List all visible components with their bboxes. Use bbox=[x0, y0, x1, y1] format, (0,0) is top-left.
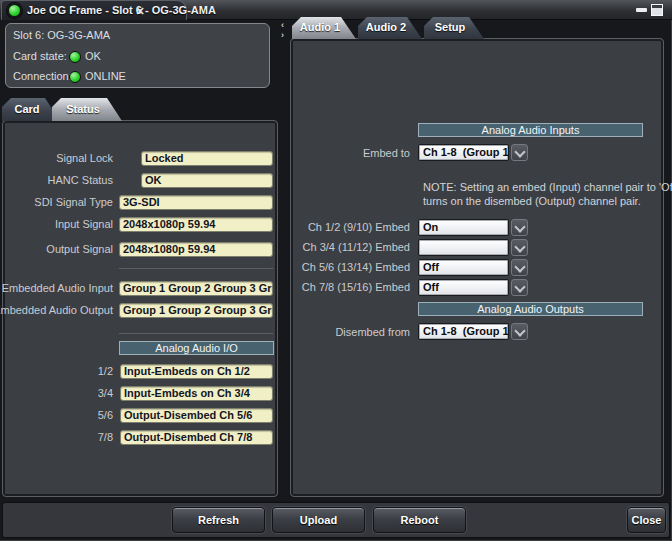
disembed-from-label: Disembed from bbox=[335, 326, 410, 338]
hanc-status-field: OK bbox=[141, 173, 273, 188]
note-line-2: turns on the disembed (Output) channel p… bbox=[423, 195, 641, 207]
hanc-status-label: HANC Status bbox=[48, 174, 113, 186]
sdi-signal-type-field: 3G-SDI bbox=[119, 195, 273, 210]
refresh-button[interactable]: Refresh bbox=[172, 507, 265, 533]
embedded-audio-output-field: Group 1 Group 2 Group 3 Group 4 bbox=[119, 303, 273, 318]
io-56-field: Output-Disembed Ch 5/6 bbox=[120, 408, 273, 423]
app-window: Joe OG Frame - Slot 6 - OG-3G-AMA ✕ ‹ › … bbox=[0, 0, 672, 541]
analog-audio-outputs-header: Analog Audio Outputs bbox=[418, 302, 643, 316]
ch34-embed-dropdown[interactable]: On bbox=[418, 239, 509, 256]
ch56-embed-dropdown[interactable]: Off bbox=[418, 259, 509, 276]
io-78-label: 7/8 bbox=[98, 431, 113, 443]
embedded-audio-input-field: Group 1 Group 2 Group 3 Group 4 bbox=[119, 281, 273, 296]
io-78-field: Output-Disembed Ch 7/8 bbox=[120, 430, 273, 445]
maximize-icon[interactable] bbox=[651, 4, 663, 16]
connection-led-icon bbox=[7, 3, 22, 18]
io-34-field: Input-Embeds on Ch 3/4 bbox=[120, 386, 273, 401]
signal-lock-field: Locked bbox=[141, 151, 273, 166]
tab-card[interactable]: Card bbox=[2, 98, 60, 121]
ch12-embed-dropdown-button[interactable] bbox=[511, 219, 528, 236]
chevron-down-icon bbox=[514, 261, 525, 272]
input-signal-field: 2048x1080p 59.94 bbox=[119, 217, 273, 232]
io-56-label: 5/6 bbox=[98, 409, 113, 421]
window-title: Joe OG Frame - Slot 6 - OG-3G-AMA bbox=[27, 4, 216, 16]
io-34-label: 3/4 bbox=[98, 387, 113, 399]
chevron-down-icon bbox=[514, 221, 525, 232]
output-signal-label: Output Signal bbox=[46, 243, 113, 255]
card-state-led-icon bbox=[69, 51, 81, 63]
output-signal-field: 2048x1080p 59.94 bbox=[119, 242, 273, 257]
ch12-embed-dropdown[interactable]: On bbox=[418, 219, 509, 236]
slot-title: Slot 6: OG-3G-AMA bbox=[13, 29, 110, 41]
analog-audio-inputs-header: Analog Audio Inputs bbox=[418, 123, 643, 137]
sdi-signal-type-label: SDI Signal Type bbox=[34, 196, 113, 208]
close-button[interactable]: Close bbox=[627, 507, 666, 533]
io-12-label: 1/2 bbox=[98, 365, 113, 377]
embedded-audio-input-label: Embedded Audio Input bbox=[2, 282, 113, 294]
io-12-field: Input-Embeds on Ch 1/2 bbox=[120, 364, 273, 379]
connection-value: ONLINE bbox=[85, 70, 126, 82]
card-state-label: Card state: bbox=[13, 50, 67, 62]
chevron-down-icon bbox=[514, 146, 525, 157]
ch56-embed-label: Ch 5/6 (13/14) Embed bbox=[302, 261, 410, 273]
minimize-icon[interactable] bbox=[636, 8, 647, 12]
ch12-embed-label: Ch 1/2 (9/10) Embed bbox=[308, 221, 410, 233]
card-info-box: Slot 6: OG-3G-AMA Card state: OK Connect… bbox=[5, 23, 270, 88]
disembed-from-dropdown-button[interactable] bbox=[511, 323, 528, 340]
upload-button[interactable]: Upload bbox=[272, 507, 365, 533]
tab-setup[interactable]: Setup bbox=[424, 17, 484, 39]
card-state-value: OK bbox=[85, 50, 101, 62]
ch78-embed-dropdown[interactable]: Off bbox=[418, 279, 509, 296]
divider bbox=[119, 268, 273, 269]
signal-lock-label: Signal Lock bbox=[56, 152, 113, 164]
close-tab-icon[interactable]: ✕ bbox=[131, 3, 149, 19]
window-title-tab[interactable]: Joe OG Frame - Slot 6 - OG-3G-AMA ✕ bbox=[1, 0, 187, 20]
ch34-embed-label: Ch 3/4 (11/12) Embed bbox=[303, 241, 410, 253]
connection-label: Connection: bbox=[13, 70, 72, 82]
divider bbox=[119, 333, 273, 334]
reboot-button[interactable]: Reboot bbox=[373, 507, 466, 533]
tab-audio-2[interactable]: Audio 2 bbox=[358, 17, 422, 39]
analog-audio-io-header: Analog Audio I/O bbox=[119, 341, 274, 355]
chevron-down-icon bbox=[514, 325, 525, 336]
splitter-collapse-right-icon[interactable]: › bbox=[281, 31, 284, 40]
embed-to-dropdown-button[interactable] bbox=[511, 144, 528, 161]
embedded-audio-output-label: Embedded Audio Output bbox=[0, 304, 113, 316]
ch34-embed-dropdown-button[interactable] bbox=[511, 239, 528, 256]
tab-audio-1[interactable]: Audio 1 bbox=[292, 17, 356, 39]
disembed-from-dropdown[interactable]: Ch 1-8 (Group 1/2) bbox=[418, 323, 509, 340]
chevron-down-icon bbox=[514, 281, 525, 292]
embed-to-label: Embed to bbox=[363, 147, 410, 159]
tab-status[interactable]: Status bbox=[52, 98, 122, 121]
embed-to-dropdown[interactable]: Ch 1-8 (Group 1/2) bbox=[418, 144, 509, 161]
note-line-1: NOTE: Setting an embed (Input) channel p… bbox=[423, 181, 672, 193]
ch78-embed-dropdown-button[interactable] bbox=[511, 279, 528, 296]
chevron-down-icon bbox=[514, 241, 525, 252]
ch78-embed-label: Ch 7/8 (15/16) Embed bbox=[302, 281, 410, 293]
splitter-collapse-left-icon[interactable]: ‹ bbox=[281, 21, 284, 30]
input-signal-label: Input Signal bbox=[55, 218, 113, 230]
ch56-embed-dropdown-button[interactable] bbox=[511, 259, 528, 276]
connection-led-icon bbox=[69, 71, 81, 83]
